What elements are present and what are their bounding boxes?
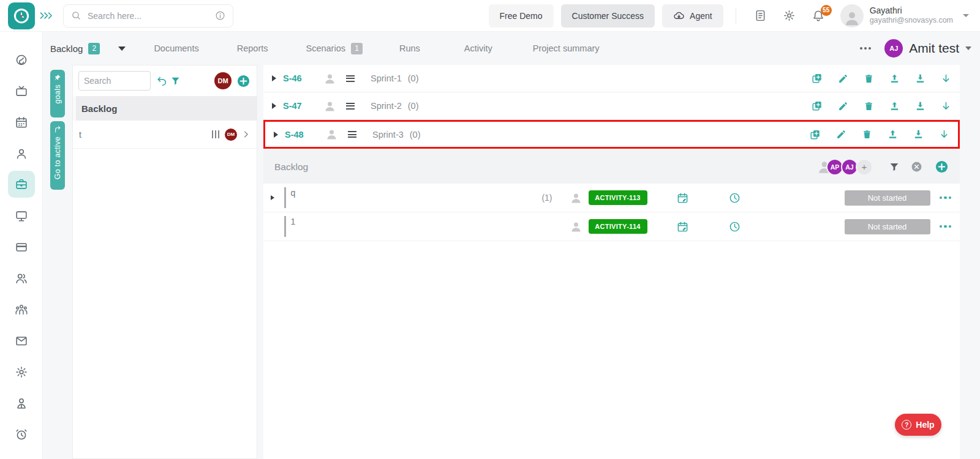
upload-icon[interactable]	[889, 73, 900, 84]
agent-button[interactable]: Agent	[662, 4, 723, 28]
status-badge[interactable]: Not started	[845, 219, 930, 234]
sprint-id[interactable]: S-46	[283, 73, 315, 83]
activity-row[interactable]: q (1) ACTIVITY-113 Not started	[263, 184, 960, 212]
sprint-row[interactable]: S-47 Sprint-2 (0)	[263, 92, 960, 120]
row-menu-icon[interactable]	[938, 222, 953, 231]
project-name[interactable]: Amit test	[909, 41, 959, 56]
schedule-calendar-icon[interactable]	[677, 221, 688, 233]
assignee-person-icon[interactable]	[323, 100, 336, 113]
clear-filter-icon[interactable]	[911, 161, 922, 173]
schedule-calendar-icon[interactable]	[677, 192, 688, 204]
upload-icon[interactable]	[889, 101, 900, 111]
duplicate-add-icon[interactable]	[812, 73, 823, 84]
go-to-active-side-tab[interactable]: Go to active	[50, 121, 65, 190]
assignee-person-icon[interactable]	[323, 72, 336, 85]
drag-handle-icon[interactable]	[346, 103, 355, 110]
rail-projects-briefcase-icon[interactable]	[8, 171, 35, 198]
edit-pencil-icon[interactable]	[838, 73, 848, 84]
rail-settings-gear-icon[interactable]	[8, 356, 35, 387]
delete-trash-icon[interactable]	[864, 101, 874, 111]
chevron-right-icon[interactable]	[241, 130, 251, 139]
drag-handle-icon[interactable]	[348, 131, 356, 138]
edit-pencil-icon[interactable]	[838, 101, 848, 111]
status-badge[interactable]: Not started	[845, 190, 930, 206]
customer-success-button[interactable]: Customer Success	[561, 4, 655, 28]
global-search-input[interactable]	[88, 11, 215, 21]
rail-card-icon[interactable]	[8, 231, 35, 263]
notifications-bell-icon[interactable]: 55	[812, 9, 825, 23]
time-clock-icon[interactable]	[729, 192, 741, 204]
drag-handle-icon[interactable]	[346, 75, 355, 82]
user-avatar[interactable]	[840, 4, 864, 28]
assignee-person-icon[interactable]	[325, 128, 338, 141]
kanban-columns-icon[interactable]	[212, 130, 220, 138]
project-avatar[interactable]: AJ	[884, 39, 903, 58]
tab-activity[interactable]: Activity	[464, 43, 492, 53]
item-avatar[interactable]: DM	[225, 129, 237, 141]
time-clock-icon[interactable]	[729, 221, 741, 233]
rail-dashboard-gauge-icon[interactable]	[8, 44, 35, 75]
rail-mail-icon[interactable]	[8, 325, 35, 356]
sprint-row-highlighted[interactable]: S-48 Sprint-3 (0)	[265, 122, 958, 147]
expand-sprint-icon[interactable]	[274, 132, 278, 138]
expand-sprint-icon[interactable]	[272, 75, 276, 81]
tab-project-summary[interactable]: Project summary	[533, 43, 600, 53]
activity-row[interactable]: 1 ACTIVITY-114 Not started	[263, 212, 960, 241]
activity-id-badge[interactable]: ACTIVITY-113	[589, 190, 647, 205]
duplicate-add-icon[interactable]	[810, 129, 821, 140]
row-menu-icon[interactable]	[938, 193, 953, 203]
add-activity-plus-icon[interactable]	[935, 160, 949, 174]
info-icon[interactable]	[215, 10, 225, 21]
expand-sprint-icon[interactable]	[272, 103, 276, 109]
rail-tv-icon[interactable]	[8, 75, 35, 106]
rail-user-icon[interactable]	[8, 138, 35, 169]
move-down-arrow-icon[interactable]	[941, 73, 951, 84]
download-icon[interactable]	[913, 129, 924, 140]
document-icon[interactable]	[754, 9, 767, 22]
undo-icon[interactable]	[156, 75, 168, 87]
rail-alarm-icon[interactable]	[8, 419, 35, 450]
help-button[interactable]: ? Help	[895, 414, 941, 436]
section-filter-funnel-icon[interactable]	[889, 162, 900, 173]
download-icon[interactable]	[915, 101, 925, 111]
owner-avatar[interactable]: DM	[214, 72, 232, 89]
global-search[interactable]	[63, 4, 233, 28]
edit-pencil-icon[interactable]	[836, 129, 846, 140]
tab-scenarios[interactable]: Scenarios 1	[306, 43, 363, 54]
backlog-dropdown-caret-icon[interactable]	[118, 47, 126, 51]
sprint-row[interactable]: S-46 Sprint-1 (0)	[263, 65, 960, 92]
activity-id-badge[interactable]: ACTIVITY-114	[589, 219, 647, 234]
download-icon[interactable]	[915, 73, 925, 84]
assignee-person-icon[interactable]	[570, 192, 582, 204]
tab-reports[interactable]: Reports	[237, 43, 268, 53]
sprint-id[interactable]: S-47	[283, 101, 315, 111]
settings-gear-icon[interactable]	[783, 9, 796, 22]
activity-title[interactable]: 1	[291, 217, 296, 226]
expand-activity-icon[interactable]	[271, 195, 274, 200]
more-options-icon[interactable]	[856, 43, 875, 53]
activity-title[interactable]: q	[291, 188, 296, 198]
panel-search-input[interactable]	[78, 71, 151, 91]
delete-trash-icon[interactable]	[864, 73, 874, 84]
rail-team-icon[interactable]	[8, 294, 35, 325]
goals-side-tab[interactable]: goals	[50, 70, 65, 118]
tab-runs[interactable]: Runs	[399, 43, 420, 53]
assignee-person-icon[interactable]	[570, 220, 582, 233]
rail-users-icon[interactable]	[8, 263, 35, 294]
tab-documents[interactable]: Documents	[154, 43, 198, 53]
tab-backlog[interactable]: Backlog 2	[50, 43, 100, 54]
filter-funnel-icon[interactable]	[170, 76, 181, 86]
move-down-arrow-icon[interactable]	[939, 129, 949, 140]
upload-icon[interactable]	[888, 129, 898, 140]
add-item-plus-icon[interactable]	[236, 74, 251, 88]
user-menu-caret-icon[interactable]	[963, 14, 969, 17]
move-down-arrow-icon[interactable]	[941, 101, 951, 111]
rail-profile-icon[interactable]	[8, 387, 35, 419]
sprint-id[interactable]: S-48	[285, 130, 317, 140]
rail-calendar-icon[interactable]	[8, 106, 35, 138]
project-dropdown-caret-icon[interactable]	[965, 47, 971, 50]
add-member-button[interactable]: +	[856, 159, 873, 176]
free-demo-button[interactable]: Free Demo	[489, 4, 554, 28]
app-logo[interactable]	[8, 2, 35, 29]
backlog-list-item[interactable]: t DM	[73, 121, 257, 149]
